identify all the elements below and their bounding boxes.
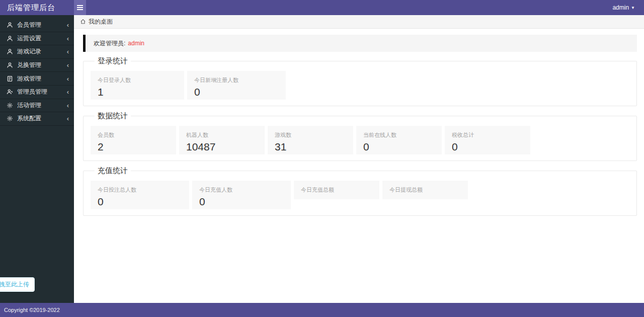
stat-card-tax-total: 税收总计 0 [445,126,530,154]
gear-icon [6,102,13,109]
user-icon [6,22,13,29]
chevron-left-icon: ‹ [67,22,69,28]
chevron-left-icon: ‹ [67,75,69,82]
stat-label: 今日新增注册人数 [194,76,279,84]
username-label: admin [612,4,629,11]
stat-value: 2 [98,141,169,152]
stat-value: 1 [98,87,177,97]
stat-label: 今日充值人数 [199,186,284,194]
stat-card-game-count: 游戏数 31 [268,126,353,154]
stat-label: 会员数 [98,131,169,139]
chevron-left-icon: ‹ [67,89,69,95]
user-icon [6,48,13,55]
admin-user-icon [6,89,13,96]
chevron-left-icon: ‹ [67,102,69,109]
stat-label: 游戏数 [275,131,346,139]
chevron-left-icon: ‹ [67,35,69,42]
breadcrumb-label: 我的桌面 [89,18,113,26]
stat-label: 今日提现总额 [389,186,461,194]
main-content: 我的桌面 欢迎管理员: admin 登录统计 今日登录人数 1 今日新增注册人数… [74,15,644,303]
stat-value: 0 [199,196,284,207]
stat-label: 税收总计 [452,131,523,139]
stat-card-online-count: 当前在线人数 0 [356,126,442,154]
stat-card-today-recharge-users: 今日充值人数 0 [192,181,291,209]
gear-icon [6,115,13,122]
sidebar-item-label: 活动管理 [17,101,67,110]
admin-dashboard: 后端管理后台 admin▼ 会员管理 ‹ 运营设置 ‹ 游戏记录 ‹ 兑换管理 … [0,0,644,317]
stat-value: 0 [194,87,279,97]
sidebar: 会员管理 ‹ 运营设置 ‹ 游戏记录 ‹ 兑换管理 ‹ 游戏管理 ‹ 管理员管理… [0,15,74,303]
footer: Copyright ©2019-2022 [0,303,644,317]
stat-label: 今日登录人数 [98,76,177,84]
sidebar-toggle-button[interactable] [74,0,86,15]
stat-label: 机器人数 [186,131,258,139]
sidebar-item-activity-management[interactable]: 活动管理 ‹ [0,99,74,113]
stat-card-today-recharge-total: 今日充值总额 [294,181,379,199]
sidebar-item-label: 管理员管理 [17,88,67,96]
stat-value: 0 [98,196,182,207]
copyright-text: Copyright ©2019-2022 [4,307,60,313]
user-icon [6,62,13,69]
panel-title: 登录统计 [95,56,131,66]
panel-title: 充值统计 [95,166,131,176]
user-icon [6,35,13,42]
top-header: 后端管理后台 admin▼ [0,0,644,15]
stat-card-robot-count: 机器人数 10487 [179,126,265,154]
hamburger-icon [77,4,83,12]
sidebar-item-game-records[interactable]: 游戏记录 ‹ [0,45,74,59]
stat-card-today-bettors: 今日投注总人数 0 [91,181,189,209]
sidebar-item-label: 运营设置 [17,34,67,43]
drag-upload-button[interactable]: 拽至此上传 [0,277,35,292]
panel-title: 数据统计 [95,111,131,121]
user-menu[interactable]: admin▼ [612,0,635,15]
sidebar-item-admin-management[interactable]: 管理员管理 ‹ [0,86,74,99]
welcome-username: admin [128,40,144,47]
sidebar-item-exchange-management[interactable]: 兑换管理 ‹ [0,59,74,72]
stat-label: 今日充值总额 [301,186,372,194]
chevron-left-icon: ‹ [67,115,69,122]
sidebar-item-label: 兑换管理 [17,61,67,69]
welcome-text: 欢迎管理员: [94,39,125,48]
stat-value: 10487 [186,141,258,152]
stat-value: 31 [275,141,346,152]
sidebar-item-label: 游戏记录 [17,47,67,56]
notebook-icon [6,75,13,82]
app-title: 后端管理后台 [7,0,55,15]
data-stats-panel: 数据统计 会员数 2 机器人数 10487 游戏数 31 当 [83,111,637,161]
sidebar-item-system-config[interactable]: 系统配置 ‹ [0,112,74,126]
sidebar-item-operations-settings[interactable]: 运营设置 ‹ [0,32,74,46]
dashboard-body: 欢迎管理员: admin 登录统计 今日登录人数 1 今日新增注册人数 0 [74,29,644,216]
stat-card-today-new-registrations: 今日新增注册人数 0 [187,71,286,100]
sidebar-item-label: 会员管理 [17,21,67,29]
chevron-left-icon: ‹ [67,48,69,55]
chevron-left-icon: ‹ [67,62,69,68]
sidebar-item-game-management[interactable]: 游戏管理 ‹ [0,72,74,86]
stat-card-member-count: 会员数 2 [91,126,176,154]
chevron-down-icon: ▼ [631,1,635,16]
stat-label: 当前在线人数 [363,131,435,139]
stat-label: 今日投注总人数 [98,186,182,194]
login-stats-panel: 登录统计 今日登录人数 1 今日新增注册人数 0 [83,56,637,106]
stat-card-today-withdraw-total: 今日提现总额 [382,181,468,199]
stat-value: 0 [452,141,523,152]
welcome-banner: 欢迎管理员: admin [83,35,637,52]
recharge-stats-panel: 充值统计 今日投注总人数 0 今日充值人数 0 今日充值总额 [83,166,637,216]
stat-card-today-logins: 今日登录人数 1 [91,71,184,100]
sidebar-item-member-management[interactable]: 会员管理 ‹ [0,19,74,32]
stat-value: 0 [363,141,435,152]
sidebar-item-label: 游戏管理 [17,74,67,83]
home-icon [80,19,86,25]
sidebar-item-label: 系统配置 [17,114,67,123]
breadcrumb[interactable]: 我的桌面 [74,15,644,29]
